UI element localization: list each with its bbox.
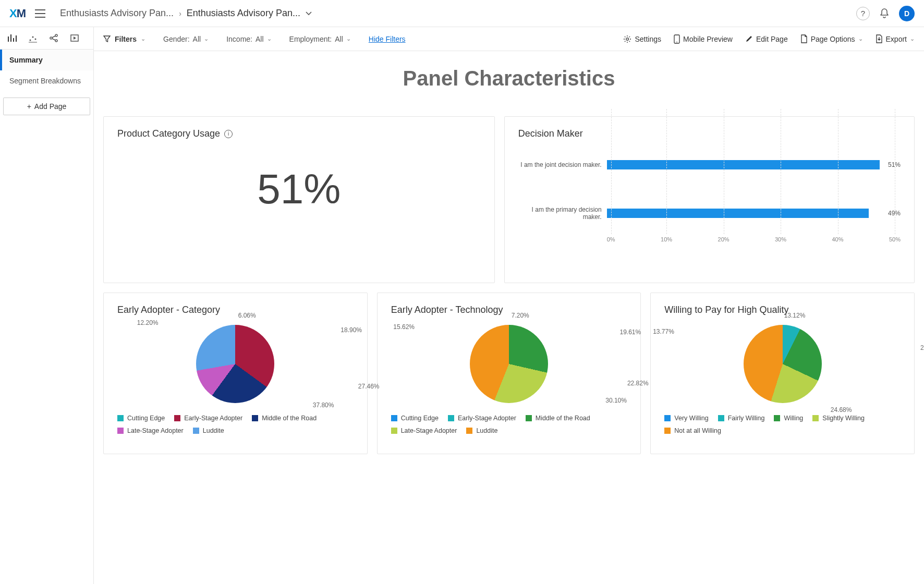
page-options-label: Page Options	[811, 35, 855, 43]
export-label: Export	[886, 35, 907, 43]
filter-employment-label: Employment:	[289, 35, 332, 43]
legend-item: Middle of the Road	[252, 415, 317, 422]
chevron-down-icon: ⌄	[910, 35, 915, 42]
breadcrumb-current: Enthusiasts Advisory Pan...	[187, 8, 300, 19]
filters-button[interactable]: Filters ⌄	[103, 35, 145, 43]
legend-item: Late-Stage Adopter	[391, 427, 457, 434]
chevron-down-icon: ⌄	[267, 35, 272, 42]
pie-slice-label: 25.61%	[920, 344, 924, 351]
help-icon[interactable]: ?	[856, 7, 870, 20]
card-title: Willing to Pay for High Quality	[664, 305, 901, 315]
legend-label: Middle of the Road	[262, 415, 317, 422]
filter-icon	[103, 35, 111, 43]
legend-swatch	[448, 415, 454, 421]
settings-button[interactable]: Settings	[623, 35, 661, 43]
pie-slice-label: 13.77%	[653, 328, 674, 335]
legend-swatch	[117, 428, 124, 434]
card-title-text: Early Adopter - Technology	[391, 305, 503, 315]
pie-slice-label: 30.10%	[605, 397, 627, 404]
card-product-category-usage[interactable]: Product Category Usage i 51%	[103, 116, 495, 283]
filter-income[interactable]: Income: All ⌄	[226, 35, 271, 43]
legend-label: Luddite	[476, 427, 497, 434]
mobile-preview-button[interactable]: Mobile Preview	[674, 34, 733, 44]
card-title-text: Product Category Usage	[117, 128, 220, 139]
axis-tick: 10%	[661, 236, 672, 242]
filter-income-label: Income:	[226, 35, 252, 43]
pie-slice-label: 13.12%	[784, 312, 806, 319]
slideshow-icon[interactable]	[70, 33, 79, 43]
cards-row-2: Early Adopter - Category 18.90%37.80%25.…	[94, 293, 924, 464]
filter-employment[interactable]: Employment: All ⌄	[289, 35, 351, 43]
legend-swatch	[252, 415, 258, 421]
info-icon[interactable]: i	[224, 130, 233, 138]
plus-icon: +	[27, 102, 31, 111]
bell-icon[interactable]	[879, 8, 890, 19]
axis-tick: 0%	[607, 236, 615, 242]
sidebar-item-segment-breakdowns[interactable]: Segment Breakdowns	[0, 70, 93, 91]
svg-point-0	[30, 40, 31, 41]
legend-label: Slightly Willing	[822, 415, 865, 422]
pie-chart: 18.90%37.80%25.04%12.20%6.06%	[117, 325, 354, 403]
left-rail: Summary Segment Breakdowns + Add Page	[0, 27, 94, 584]
legend-swatch	[466, 428, 472, 434]
svg-point-1	[32, 36, 34, 38]
legend-item: Early-Stage Adopter	[448, 415, 516, 422]
legend-swatch	[718, 415, 724, 421]
legend-label: Not at all Willing	[674, 427, 721, 434]
filter-gender-label: Gender:	[163, 35, 190, 43]
card-title: Decision Maker	[518, 128, 901, 139]
bar-axis: 0%10%20%30%40%50%	[607, 236, 901, 242]
toolbar: Filters ⌄ Gender: All ⌄ Income: All ⌄ Em…	[94, 27, 924, 51]
card-early-adopter-technology[interactable]: Early Adopter - Technology 7.20%19.61%30…	[377, 293, 641, 454]
card-title-text: Decision Maker	[518, 128, 583, 139]
legend-label: Cutting Edge	[401, 415, 439, 422]
card-decision-maker[interactable]: Decision Maker I am the joint decision m…	[504, 116, 915, 283]
bar-value: 51%	[888, 161, 901, 168]
legend-item: Willing	[774, 415, 803, 422]
breadcrumb-parent[interactable]: Enthusiasts Advisory Pan...	[60, 8, 174, 19]
logo-m: M	[17, 7, 26, 20]
breadcrumb-dropdown[interactable]	[306, 11, 312, 16]
svg-point-5	[55, 40, 57, 42]
page-icon	[800, 34, 808, 43]
export-button[interactable]: Export ⌄	[876, 34, 915, 43]
scatter-icon[interactable]	[28, 33, 38, 43]
card-title-text: Early Adopter - Category	[117, 305, 220, 315]
hide-filters-link[interactable]: Hide Filters	[369, 35, 406, 43]
svg-point-4	[50, 37, 52, 39]
chevron-down-icon: ⌄	[141, 35, 145, 42]
filter-gender-value: All	[193, 35, 201, 43]
rail-icons	[0, 27, 93, 50]
bar-chart-icon[interactable]	[7, 33, 17, 43]
svg-point-7	[626, 38, 629, 40]
legend-label: Fairly Willing	[728, 415, 765, 422]
chevron-right-icon: ›	[179, 9, 181, 18]
legend-item: Not at all Willing	[664, 427, 721, 434]
mobile-preview-label: Mobile Preview	[683, 35, 733, 43]
legend-item: Slightly Willing	[812, 415, 865, 422]
edit-page-button[interactable]: Edit Page	[745, 35, 788, 43]
pie	[744, 325, 822, 403]
legend-swatch	[117, 415, 124, 421]
avatar[interactable]: D	[899, 6, 915, 21]
legend: Very Willing Fairly Willing Willing Slig…	[664, 415, 901, 434]
pie-slice-label: 12.20%	[137, 319, 159, 326]
card-title: Product Category Usage i	[117, 128, 481, 139]
pie-slice-label: 15.62%	[393, 323, 415, 331]
card-early-adopter-category[interactable]: Early Adopter - Category 18.90%37.80%25.…	[103, 293, 368, 454]
toolbar-right: Settings Mobile Preview Edit Page Page O…	[623, 34, 915, 44]
filter-gender[interactable]: Gender: All ⌄	[163, 35, 209, 43]
card-willing-to-pay[interactable]: Willing to Pay for High Quality 13.12%25…	[650, 293, 915, 454]
page-options-button[interactable]: Page Options ⌄	[800, 34, 863, 43]
legend-item: Middle of the Road	[526, 415, 590, 422]
hamburger-icon[interactable]	[35, 9, 45, 18]
pie-slice-label: 37.80%	[313, 402, 334, 409]
top-bar: XM Enthusiasts Advisory Pan... › Enthusi…	[0, 0, 924, 27]
decision-maker-chart: I am the joint decision maker. 51% I am …	[518, 160, 901, 242]
legend-item: Cutting Edge	[117, 415, 165, 422]
export-icon	[876, 34, 883, 43]
share-icon[interactable]	[49, 33, 58, 43]
bar-label: I am the primary decision maker.	[518, 206, 602, 221]
add-page-button[interactable]: + Add Page	[3, 98, 90, 115]
sidebar-item-summary[interactable]: Summary	[0, 50, 93, 70]
